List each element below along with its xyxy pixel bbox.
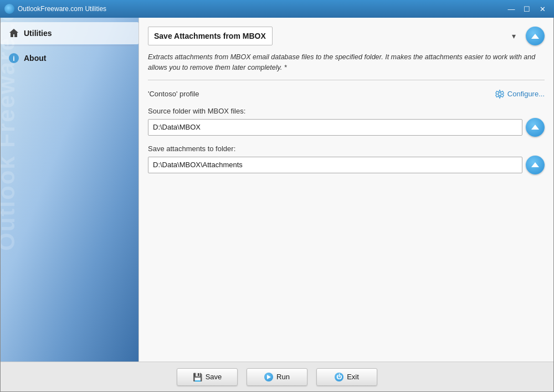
sidebar-about-label: About xyxy=(24,54,46,63)
source-folder-browse-icon xyxy=(531,125,539,130)
profile-label: 'Contoso' profile xyxy=(148,90,199,98)
sidebar-utilities-label: Utilities xyxy=(24,29,52,38)
sidebar-item-about[interactable]: i About xyxy=(1,47,138,69)
exit-icon: ⏻ xyxy=(335,373,343,381)
window-body: Utilities i About Outlook Freeware .com xyxy=(0,18,554,392)
main-panel: Save Attachments from MBOX Extracts atta… xyxy=(139,18,553,362)
minimize-button[interactable]: — xyxy=(504,3,519,15)
info-icon: i xyxy=(8,53,19,64)
save-folder-row xyxy=(148,156,545,174)
source-folder-row xyxy=(148,118,545,137)
exit-button[interactable]: ⏻ Exit xyxy=(316,368,377,386)
sidebar-divider xyxy=(5,45,134,46)
separator xyxy=(148,80,545,80)
profile-row: 'Contoso' profile Configure... xyxy=(148,89,545,99)
save-button[interactable]: 💾 Save xyxy=(177,368,238,386)
tool-up-button[interactable] xyxy=(526,27,545,45)
app-icon xyxy=(4,4,14,14)
run-button[interactable]: Run xyxy=(247,368,307,386)
exit-label: Exit xyxy=(347,373,359,381)
content-area: Utilities i About Outlook Freeware .com xyxy=(1,18,553,362)
save-icon: 💾 xyxy=(193,373,202,381)
save-folder-input[interactable] xyxy=(148,157,522,173)
close-button[interactable]: ✕ xyxy=(535,3,550,15)
save-folder-label: Save attachments to folder: xyxy=(148,145,545,153)
title-bar: OutlookFreeware.com Utilities — ☐ ✕ xyxy=(0,0,554,18)
save-folder-group: Save attachments to folder: xyxy=(148,145,545,174)
save-folder-browse-icon xyxy=(531,162,539,167)
configure-icon xyxy=(495,89,505,99)
save-label: Save xyxy=(206,373,222,381)
title-bar-text: OutlookFreeware.com Utilities xyxy=(18,5,504,13)
sidebar: Utilities i About Outlook Freeware .com xyxy=(1,18,139,362)
run-label: Run xyxy=(276,373,290,381)
tool-dropdown-wrapper: Save Attachments from MBOX xyxy=(148,27,521,45)
source-folder-browse-button[interactable] xyxy=(526,118,545,137)
source-folder-input[interactable] xyxy=(148,119,522,136)
svg-text:i: i xyxy=(13,55,14,63)
sidebar-nav: Utilities i About xyxy=(1,18,138,74)
sidebar-item-utilities[interactable]: Utilities xyxy=(1,22,138,44)
tool-description: Extracts attachments from MBOX email dat… xyxy=(148,52,545,73)
home-icon xyxy=(8,28,19,39)
run-triangle-icon xyxy=(267,375,271,379)
tool-select[interactable]: Save Attachments from MBOX xyxy=(148,27,273,45)
svg-point-2 xyxy=(498,92,501,95)
up-arrow-icon xyxy=(531,34,539,39)
maximize-button[interactable]: ☐ xyxy=(520,3,534,15)
source-folder-group: Source folder with MBOX files: xyxy=(148,107,545,137)
run-icon xyxy=(264,373,273,381)
source-folder-label: Source folder with MBOX files: xyxy=(148,107,545,115)
footer: 💾 Save Run ⏻ Exit xyxy=(1,362,553,391)
save-folder-browse-button[interactable] xyxy=(526,156,545,174)
configure-button[interactable]: Configure... xyxy=(495,89,545,99)
tool-dropdown-row: Save Attachments from MBOX xyxy=(148,27,545,45)
configure-label: Configure... xyxy=(507,90,545,98)
window-controls: — ☐ ✕ xyxy=(504,3,550,15)
